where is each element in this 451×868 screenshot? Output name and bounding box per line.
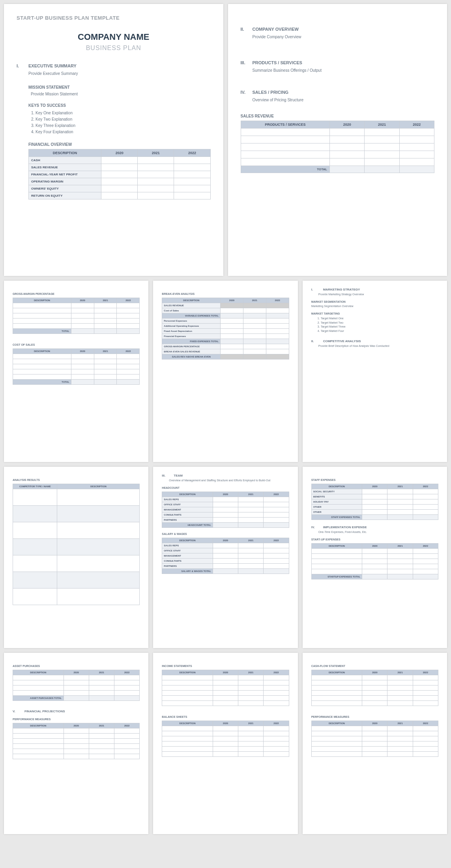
performance-measures-2-heading: PERFORMANCE MEASURES bbox=[311, 715, 438, 718]
page-9: ASSET PURCHASES DESCRIPTION202020212022 … bbox=[4, 653, 148, 834]
marketing-strategy-body: Provide Marketing Strategy Overview bbox=[318, 293, 438, 296]
startup-expenses-table: DESCRIPTION202020212022 STARTUP EXPENSES… bbox=[311, 543, 438, 579]
company-overview-heading: II.COMPANY OVERVIEW bbox=[241, 27, 435, 32]
sales-pricing-heading: IV.SALES / PRICING bbox=[241, 90, 435, 95]
team-body: Overview of Management and Staffing Stru… bbox=[169, 479, 289, 482]
cost-of-sales-heading: COST OF SALES bbox=[13, 343, 140, 346]
salary-wages-table: DESCRIPTION202020212022 SALES REPS OFFIC… bbox=[162, 538, 289, 574]
products-services-heading: III.PRODUCTS / SERVICES bbox=[241, 60, 435, 65]
asset-purchases-heading: ASSET PURCHASES bbox=[13, 665, 140, 667]
salary-wages-heading: SALARY & WAGES bbox=[162, 533, 289, 535]
page-10: INCOME STATEMENTS DESCRIPTION20202021202… bbox=[153, 653, 298, 834]
performance-measures-heading: PERFORMANCE MEASURES bbox=[13, 718, 140, 721]
headcount-heading: HEADCOUNT bbox=[162, 486, 289, 489]
cash-flow-table: DESCRIPTION202020212022 bbox=[311, 670, 438, 706]
income-statements-heading: INCOME STATEMENTS bbox=[162, 665, 289, 667]
income-statements-table: DESCRIPTION202020212022 bbox=[162, 670, 289, 706]
page-4: BREAK-EVEN ANALYSIS DESCRIPTION202020212… bbox=[153, 281, 298, 462]
analysis-results-heading: ANALYSIS RESULTS bbox=[13, 479, 140, 481]
break-even-table: DESCRIPTION202020212022 SALES REVENUE Co… bbox=[162, 298, 289, 359]
keys-list: Key One ExplanationKey Two ExplanationKe… bbox=[36, 110, 211, 135]
financial-projections-heading: V.FINANCIAL PROJECTIONS bbox=[13, 710, 140, 713]
gross-margin-table: DESCRIPTION202020212022 TOTAL bbox=[13, 298, 140, 334]
team-heading: III.TEAM bbox=[162, 474, 289, 477]
market-targeting-heading: MARKET TARGETING bbox=[311, 312, 438, 315]
implementation-expense-body: One-Time Expenses, Fixed Assets, Etc. bbox=[318, 531, 438, 533]
page-3: GROSS-MARGIN PERCENTAGE DESCRIPTION20202… bbox=[4, 281, 148, 462]
market-segmentation-heading: MARKET SEGMENTATION bbox=[311, 300, 438, 303]
page-5: I.MARKETING STRATEGY Provide Marketing S… bbox=[303, 281, 447, 462]
analysis-results-table: COMPETITOR TYPE / NAMEDESCRIPTION bbox=[13, 484, 140, 605]
executive-summary-body: Provide Executive Summary bbox=[28, 71, 211, 76]
gross-margin-heading: GROSS-MARGIN PERCENTAGE bbox=[13, 292, 140, 295]
products-services-body: Summarize Business Offerings / Output bbox=[253, 68, 435, 73]
performance-measures-table: DESCRIPTION202020212022 bbox=[13, 723, 140, 759]
break-even-heading: BREAK-EVEN ANALYSIS bbox=[162, 292, 289, 295]
financial-overview-table: DESCRIPTION202020212022 CASH SALES REVEN… bbox=[28, 149, 211, 199]
page-11: CASH-FLOW STATEMENT DESCRIPTION202020212… bbox=[303, 653, 447, 834]
balance-sheets-table: DESCRIPTION202020212022 bbox=[162, 721, 289, 757]
startup-expenses-heading: START-UP EXPENSES bbox=[311, 538, 438, 541]
company-overview-body: Provide Company Overview bbox=[253, 35, 435, 39]
marketing-strategy-heading: I.MARKETING STRATEGY bbox=[311, 288, 438, 291]
page-1: START-UP BUSINESS PLAN TEMPLATE COMPANY … bbox=[4, 4, 223, 276]
competitive-analysis-heading: II.COMPETITIVE ANALYSIS bbox=[311, 339, 438, 343]
keys-heading: KEYS TO SUCCESS bbox=[28, 103, 211, 108]
market-targeting-list: Target Market OneTarget Market TwoTarget… bbox=[321, 317, 438, 333]
competitive-analysis-body: Provide Brief Description of How Analysi… bbox=[318, 345, 438, 347]
executive-summary-heading: I.EXECUTIVE SUMMARY bbox=[17, 63, 211, 68]
staff-expenses-table: DESCRIPTION202020212022 SOCIAL SECURITY … bbox=[311, 484, 438, 520]
page-2: II.COMPANY OVERVIEW Provide Company Over… bbox=[228, 4, 447, 276]
implementation-expense-heading: IV.IMPLEMENTATION EXPENSE bbox=[311, 525, 438, 529]
page-7: III.TEAM Overview of Management and Staf… bbox=[153, 467, 298, 648]
asset-purchases-table: DESCRIPTION202020212022 ASSET PURCHASES … bbox=[13, 670, 140, 701]
performance-measures-2-table: DESCRIPTION202020212022 bbox=[311, 721, 438, 757]
cash-flow-heading: CASH-FLOW STATEMENT bbox=[311, 665, 438, 667]
template-title: START-UP BUSINESS PLAN TEMPLATE bbox=[17, 15, 211, 21]
company-name: COMPANY NAME bbox=[17, 32, 211, 42]
page-6: ANALYSIS RESULTS COMPETITOR TYPE / NAMED… bbox=[4, 467, 148, 648]
staff-expenses-heading: STAFF EXPENSES bbox=[311, 479, 438, 481]
sales-revenue-heading: SALES REVENUE bbox=[241, 114, 435, 118]
cost-of-sales-table: DESCRIPTION202020212022 TOTAL bbox=[13, 348, 140, 385]
mission-heading: MISSION STATEMENT bbox=[28, 85, 211, 89]
business-plan-subtitle: BUSINESS PLAN bbox=[17, 45, 211, 52]
page-8: STAFF EXPENSES DESCRIPTION202020212022 S… bbox=[303, 467, 447, 648]
sales-pricing-body: Overview of Pricing Structure bbox=[253, 98, 435, 102]
market-segmentation-body: Marketing Segmentation Overview bbox=[311, 305, 438, 307]
headcount-table: DESCRIPTION202020212022 SALES REPS OFFIC… bbox=[162, 492, 289, 528]
sales-revenue-table: PRODUCTS / SERVICES202020212022 TOTAL bbox=[241, 121, 435, 173]
balance-sheets-heading: BALANCE SHEETS bbox=[162, 715, 289, 718]
mission-body: Provide Mission Statement bbox=[31, 92, 211, 96]
financial-overview-heading: FINANCIAL OVERVIEW bbox=[28, 142, 211, 147]
